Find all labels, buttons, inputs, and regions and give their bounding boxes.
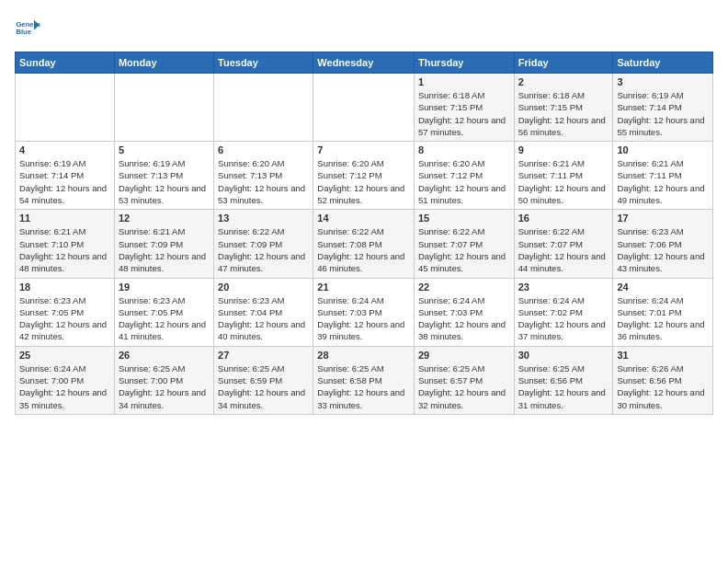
day-info: Sunrise: 6:18 AM Sunset: 7:15 PM Dayligh… xyxy=(418,89,510,138)
day-info: Sunrise: 6:21 AM Sunset: 7:11 PM Dayligh… xyxy=(617,157,709,206)
calendar-cell: 29Sunrise: 6:25 AM Sunset: 6:57 PM Dayli… xyxy=(414,346,514,414)
day-number: 28 xyxy=(317,350,410,361)
calendar-cell: 1Sunrise: 6:18 AM Sunset: 7:15 PM Daylig… xyxy=(414,74,514,142)
day-info: Sunrise: 6:20 AM Sunset: 7:12 PM Dayligh… xyxy=(317,157,410,206)
weekday-header-saturday: Saturday xyxy=(613,52,713,74)
day-info: Sunrise: 6:25 AM Sunset: 6:56 PM Dayligh… xyxy=(518,362,609,411)
day-number: 29 xyxy=(418,350,510,361)
calendar-week-1: 1Sunrise: 6:18 AM Sunset: 7:15 PM Daylig… xyxy=(16,74,713,142)
day-info: Sunrise: 6:25 AM Sunset: 6:57 PM Dayligh… xyxy=(418,362,510,411)
day-info: Sunrise: 6:24 AM Sunset: 7:02 PM Dayligh… xyxy=(518,294,609,343)
day-info: Sunrise: 6:26 AM Sunset: 6:56 PM Dayligh… xyxy=(617,362,709,411)
calendar-cell: 16Sunrise: 6:22 AM Sunset: 7:07 PM Dayli… xyxy=(514,210,613,278)
weekday-header-tuesday: Tuesday xyxy=(214,52,313,74)
day-info: Sunrise: 6:22 AM Sunset: 7:07 PM Dayligh… xyxy=(518,225,609,274)
calendar-cell: 13Sunrise: 6:22 AM Sunset: 7:09 PM Dayli… xyxy=(214,210,313,278)
calendar-cell: 9Sunrise: 6:21 AM Sunset: 7:11 PM Daylig… xyxy=(514,142,613,210)
calendar-cell: 28Sunrise: 6:25 AM Sunset: 6:58 PM Dayli… xyxy=(313,346,415,414)
logo: General Blue xyxy=(15,15,44,40)
day-number: 20 xyxy=(218,282,309,293)
day-number: 22 xyxy=(418,282,510,293)
calendar-cell: 19Sunrise: 6:23 AM Sunset: 7:05 PM Dayli… xyxy=(114,278,213,346)
day-number: 25 xyxy=(19,350,110,361)
calendar-cell: 31Sunrise: 6:26 AM Sunset: 6:56 PM Dayli… xyxy=(613,346,713,414)
day-info: Sunrise: 6:22 AM Sunset: 7:07 PM Dayligh… xyxy=(418,225,510,274)
day-info: Sunrise: 6:20 AM Sunset: 7:12 PM Dayligh… xyxy=(418,157,510,206)
day-info: Sunrise: 6:21 AM Sunset: 7:09 PM Dayligh… xyxy=(119,225,210,274)
day-info: Sunrise: 6:25 AM Sunset: 6:58 PM Dayligh… xyxy=(317,362,410,411)
calendar-week-4: 18Sunrise: 6:23 AM Sunset: 7:05 PM Dayli… xyxy=(16,278,713,346)
day-number: 9 xyxy=(518,144,609,155)
day-info: Sunrise: 6:20 AM Sunset: 7:13 PM Dayligh… xyxy=(218,157,309,206)
weekday-header-sunday: Sunday xyxy=(16,52,115,74)
day-number: 17 xyxy=(617,213,709,224)
day-number: 14 xyxy=(317,213,410,224)
calendar-cell: 15Sunrise: 6:22 AM Sunset: 7:07 PM Dayli… xyxy=(414,210,514,278)
calendar-cell: 8Sunrise: 6:20 AM Sunset: 7:12 PM Daylig… xyxy=(414,142,514,210)
day-info: Sunrise: 6:23 AM Sunset: 7:05 PM Dayligh… xyxy=(119,294,210,343)
calendar-cell: 17Sunrise: 6:23 AM Sunset: 7:06 PM Dayli… xyxy=(613,210,713,278)
day-info: Sunrise: 6:23 AM Sunset: 7:06 PM Dayligh… xyxy=(617,225,709,274)
day-number: 18 xyxy=(19,282,110,293)
calendar-cell: 23Sunrise: 6:24 AM Sunset: 7:02 PM Dayli… xyxy=(514,278,613,346)
day-info: Sunrise: 6:18 AM Sunset: 7:15 PM Dayligh… xyxy=(518,89,609,138)
calendar-cell: 3Sunrise: 6:19 AM Sunset: 7:14 PM Daylig… xyxy=(613,74,713,142)
day-info: Sunrise: 6:22 AM Sunset: 7:08 PM Dayligh… xyxy=(317,225,410,274)
day-number: 31 xyxy=(617,350,709,361)
day-info: Sunrise: 6:21 AM Sunset: 7:10 PM Dayligh… xyxy=(19,225,110,274)
day-number: 5 xyxy=(119,144,210,155)
day-info: Sunrise: 6:25 AM Sunset: 7:00 PM Dayligh… xyxy=(119,362,210,411)
day-info: Sunrise: 6:25 AM Sunset: 6:59 PM Dayligh… xyxy=(218,362,309,411)
weekday-header-wednesday: Wednesday xyxy=(313,52,415,74)
day-number: 13 xyxy=(218,213,309,224)
day-info: Sunrise: 6:24 AM Sunset: 7:01 PM Dayligh… xyxy=(617,294,709,343)
day-info: Sunrise: 6:24 AM Sunset: 7:00 PM Dayligh… xyxy=(19,362,110,411)
calendar-cell: 27Sunrise: 6:25 AM Sunset: 6:59 PM Dayli… xyxy=(214,346,313,414)
calendar-cell: 18Sunrise: 6:23 AM Sunset: 7:05 PM Dayli… xyxy=(16,278,115,346)
calendar-cell: 2Sunrise: 6:18 AM Sunset: 7:15 PM Daylig… xyxy=(514,74,613,142)
day-number: 11 xyxy=(19,213,110,224)
day-number: 30 xyxy=(518,350,609,361)
calendar-cell: 24Sunrise: 6:24 AM Sunset: 7:01 PM Dayli… xyxy=(613,278,713,346)
day-number: 7 xyxy=(317,144,410,155)
calendar-cell: 10Sunrise: 6:21 AM Sunset: 7:11 PM Dayli… xyxy=(613,142,713,210)
calendar-cell xyxy=(114,74,213,142)
day-info: Sunrise: 6:19 AM Sunset: 7:14 PM Dayligh… xyxy=(617,89,709,138)
day-number: 24 xyxy=(617,282,709,293)
day-number: 4 xyxy=(19,144,110,155)
calendar-cell: 11Sunrise: 6:21 AM Sunset: 7:10 PM Dayli… xyxy=(16,210,115,278)
day-number: 12 xyxy=(119,213,210,224)
day-number: 15 xyxy=(418,213,510,224)
weekday-header-friday: Friday xyxy=(514,52,613,74)
day-info: Sunrise: 6:19 AM Sunset: 7:14 PM Dayligh… xyxy=(19,157,110,206)
logo-icon: General Blue xyxy=(15,15,40,40)
calendar-week-3: 11Sunrise: 6:21 AM Sunset: 7:10 PM Dayli… xyxy=(16,210,713,278)
day-number: 21 xyxy=(317,282,410,293)
calendar-cell: 21Sunrise: 6:24 AM Sunset: 7:03 PM Dayli… xyxy=(313,278,415,346)
svg-text:Blue: Blue xyxy=(16,28,31,36)
day-number: 8 xyxy=(418,144,510,155)
calendar-cell: 6Sunrise: 6:20 AM Sunset: 7:13 PM Daylig… xyxy=(214,142,313,210)
day-info: Sunrise: 6:23 AM Sunset: 7:04 PM Dayligh… xyxy=(218,294,309,343)
day-info: Sunrise: 6:24 AM Sunset: 7:03 PM Dayligh… xyxy=(418,294,510,343)
weekday-header-thursday: Thursday xyxy=(414,52,514,74)
day-number: 2 xyxy=(518,76,609,87)
day-number: 10 xyxy=(617,144,709,155)
calendar-week-5: 25Sunrise: 6:24 AM Sunset: 7:00 PM Dayli… xyxy=(16,346,713,414)
day-number: 6 xyxy=(218,144,309,155)
calendar-cell: 12Sunrise: 6:21 AM Sunset: 7:09 PM Dayli… xyxy=(114,210,213,278)
calendar-table: SundayMondayTuesdayWednesdayThursdayFrid… xyxy=(15,52,713,415)
day-number: 23 xyxy=(518,282,609,293)
day-info: Sunrise: 6:19 AM Sunset: 7:13 PM Dayligh… xyxy=(119,157,210,206)
day-number: 1 xyxy=(418,76,510,87)
day-info: Sunrise: 6:24 AM Sunset: 7:03 PM Dayligh… xyxy=(317,294,410,343)
day-number: 27 xyxy=(218,350,309,361)
calendar-cell: 7Sunrise: 6:20 AM Sunset: 7:12 PM Daylig… xyxy=(313,142,415,210)
calendar-cell xyxy=(16,74,115,142)
day-info: Sunrise: 6:21 AM Sunset: 7:11 PM Dayligh… xyxy=(518,157,609,206)
calendar-cell: 30Sunrise: 6:25 AM Sunset: 6:56 PM Dayli… xyxy=(514,346,613,414)
calendar-cell: 4Sunrise: 6:19 AM Sunset: 7:14 PM Daylig… xyxy=(16,142,115,210)
day-number: 26 xyxy=(119,350,210,361)
day-info: Sunrise: 6:22 AM Sunset: 7:09 PM Dayligh… xyxy=(218,225,309,274)
calendar-cell: 14Sunrise: 6:22 AM Sunset: 7:08 PM Dayli… xyxy=(313,210,415,278)
